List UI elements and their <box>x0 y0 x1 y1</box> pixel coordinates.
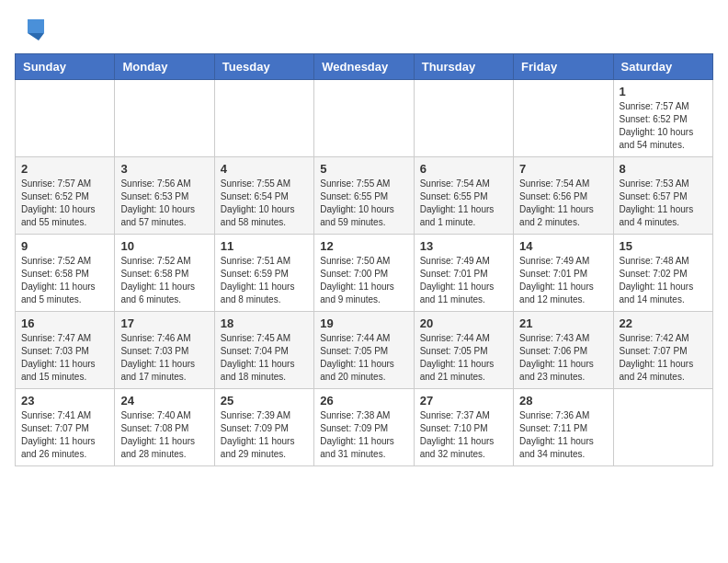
day-number: 10 <box>120 239 208 253</box>
day-number: 5 <box>320 162 407 176</box>
day-number: 20 <box>420 316 507 330</box>
day-cell <box>314 80 414 157</box>
day-number: 8 <box>620 162 707 176</box>
day-cell: 8Sunrise: 7:53 AM Sunset: 6:57 PM Daylig… <box>613 157 712 235</box>
day-number: 13 <box>420 239 507 253</box>
day-info: Sunrise: 7:57 AM Sunset: 6:52 PM Dayligh… <box>620 100 707 152</box>
day-info: Sunrise: 7:44 AM Sunset: 7:05 PM Dayligh… <box>420 332 507 384</box>
day-info: Sunrise: 7:48 AM Sunset: 7:02 PM Dayligh… <box>620 255 707 306</box>
day-info: Sunrise: 7:40 AM Sunset: 7:08 PM Dayligh… <box>120 409 208 461</box>
day-info: Sunrise: 7:49 AM Sunset: 7:01 PM Dayligh… <box>420 255 507 306</box>
day-cell: 6Sunrise: 7:54 AM Sunset: 6:55 PM Daylig… <box>414 157 513 235</box>
day-cell: 1Sunrise: 7:57 AM Sunset: 6:52 PM Daylig… <box>613 80 712 157</box>
day-cell: 13Sunrise: 7:49 AM Sunset: 7:01 PM Dayli… <box>414 235 513 312</box>
day-cell: 9Sunrise: 7:52 AM Sunset: 6:58 PM Daylig… <box>16 235 115 312</box>
day-number: 11 <box>221 239 308 253</box>
header-wednesday: Wednesday <box>314 54 414 80</box>
day-number: 28 <box>519 394 607 408</box>
day-info: Sunrise: 7:52 AM Sunset: 6:58 PM Dayligh… <box>120 255 208 306</box>
day-number: 22 <box>620 316 707 330</box>
day-number: 16 <box>21 316 108 330</box>
week-row-3: 16Sunrise: 7:47 AM Sunset: 7:03 PM Dayli… <box>16 312 713 389</box>
day-info: Sunrise: 7:42 AM Sunset: 7:07 PM Dayligh… <box>620 332 707 384</box>
day-cell <box>414 80 513 157</box>
day-number: 2 <box>21 162 108 176</box>
day-cell: 7Sunrise: 7:54 AM Sunset: 6:56 PM Daylig… <box>514 157 613 235</box>
day-cell: 19Sunrise: 7:44 AM Sunset: 7:05 PM Dayli… <box>314 312 414 389</box>
day-info: Sunrise: 7:46 AM Sunset: 7:03 PM Dayligh… <box>120 332 208 384</box>
day-number: 21 <box>519 316 607 330</box>
day-cell: 17Sunrise: 7:46 AM Sunset: 7:03 PM Dayli… <box>115 312 214 389</box>
svg-marker-1 <box>28 33 44 40</box>
header-friday: Friday <box>514 54 613 80</box>
day-cell: 15Sunrise: 7:48 AM Sunset: 7:02 PM Dayli… <box>613 235 712 312</box>
day-number: 15 <box>620 239 707 253</box>
day-info: Sunrise: 7:55 AM Sunset: 6:54 PM Dayligh… <box>221 178 308 229</box>
day-cell: 14Sunrise: 7:49 AM Sunset: 7:01 PM Dayli… <box>514 235 613 312</box>
header-thursday: Thursday <box>414 54 513 80</box>
day-cell: 21Sunrise: 7:43 AM Sunset: 7:06 PM Dayli… <box>514 312 613 389</box>
day-cell: 3Sunrise: 7:56 AM Sunset: 6:53 PM Daylig… <box>115 157 214 235</box>
day-info: Sunrise: 7:54 AM Sunset: 6:56 PM Dayligh… <box>519 178 607 229</box>
day-info: Sunrise: 7:49 AM Sunset: 7:01 PM Dayligh… <box>519 255 607 306</box>
day-number: 1 <box>620 85 707 98</box>
header-monday: Monday <box>115 54 214 80</box>
day-info: Sunrise: 7:39 AM Sunset: 7:09 PM Dayligh… <box>221 409 308 461</box>
day-info: Sunrise: 7:47 AM Sunset: 7:03 PM Dayligh… <box>21 332 108 384</box>
header <box>15 15 713 42</box>
day-info: Sunrise: 7:43 AM Sunset: 7:06 PM Dayligh… <box>519 332 607 384</box>
day-info: Sunrise: 7:54 AM Sunset: 6:55 PM Dayligh… <box>420 178 507 229</box>
logo-icon <box>18 15 46 42</box>
day-info: Sunrise: 7:45 AM Sunset: 7:04 PM Dayligh… <box>221 332 308 384</box>
day-number: 18 <box>221 316 308 330</box>
week-row-1: 2Sunrise: 7:57 AM Sunset: 6:52 PM Daylig… <box>16 157 713 235</box>
day-info: Sunrise: 7:55 AM Sunset: 6:55 PM Dayligh… <box>320 178 407 229</box>
calendar: SundayMondayTuesdayWednesdayThursdayFrid… <box>15 53 713 466</box>
day-cell: 28Sunrise: 7:36 AM Sunset: 7:11 PM Dayli… <box>514 389 613 466</box>
svg-marker-0 <box>28 19 44 33</box>
day-cell <box>214 80 313 157</box>
day-cell: 26Sunrise: 7:38 AM Sunset: 7:09 PM Dayli… <box>314 389 414 466</box>
day-cell <box>16 80 115 157</box>
day-number: 25 <box>221 394 308 408</box>
day-cell: 5Sunrise: 7:55 AM Sunset: 6:55 PM Daylig… <box>314 157 414 235</box>
day-cell: 16Sunrise: 7:47 AM Sunset: 7:03 PM Dayli… <box>16 312 115 389</box>
day-number: 23 <box>21 394 108 408</box>
day-cell <box>115 80 214 157</box>
header-sunday: Sunday <box>16 54 115 80</box>
day-number: 17 <box>120 316 208 330</box>
day-number: 14 <box>519 239 607 253</box>
day-info: Sunrise: 7:53 AM Sunset: 6:57 PM Dayligh… <box>620 178 707 229</box>
week-row-0: 1Sunrise: 7:57 AM Sunset: 6:52 PM Daylig… <box>16 80 713 157</box>
day-cell: 20Sunrise: 7:44 AM Sunset: 7:05 PM Dayli… <box>414 312 513 389</box>
day-cell: 18Sunrise: 7:45 AM Sunset: 7:04 PM Dayli… <box>214 312 313 389</box>
day-cell: 10Sunrise: 7:52 AM Sunset: 6:58 PM Dayli… <box>115 235 214 312</box>
header-tuesday: Tuesday <box>214 54 313 80</box>
day-number: 27 <box>420 394 507 408</box>
day-number: 24 <box>120 394 208 408</box>
day-cell: 24Sunrise: 7:40 AM Sunset: 7:08 PM Dayli… <box>115 389 214 466</box>
day-info: Sunrise: 7:56 AM Sunset: 6:53 PM Dayligh… <box>120 178 208 229</box>
day-cell <box>514 80 613 157</box>
day-cell: 23Sunrise: 7:41 AM Sunset: 7:07 PM Dayli… <box>16 389 115 466</box>
day-info: Sunrise: 7:38 AM Sunset: 7:09 PM Dayligh… <box>320 409 407 461</box>
week-row-2: 9Sunrise: 7:52 AM Sunset: 6:58 PM Daylig… <box>16 235 713 312</box>
day-cell: 25Sunrise: 7:39 AM Sunset: 7:09 PM Dayli… <box>214 389 313 466</box>
day-cell <box>613 389 712 466</box>
week-row-4: 23Sunrise: 7:41 AM Sunset: 7:07 PM Dayli… <box>16 389 713 466</box>
day-number: 7 <box>519 162 607 176</box>
day-cell: 22Sunrise: 7:42 AM Sunset: 7:07 PM Dayli… <box>613 312 712 389</box>
logo <box>15 15 46 42</box>
day-number: 6 <box>420 162 507 176</box>
day-info: Sunrise: 7:57 AM Sunset: 6:52 PM Dayligh… <box>21 178 108 229</box>
day-cell: 4Sunrise: 7:55 AM Sunset: 6:54 PM Daylig… <box>214 157 313 235</box>
day-cell: 2Sunrise: 7:57 AM Sunset: 6:52 PM Daylig… <box>16 157 115 235</box>
day-number: 26 <box>320 394 407 408</box>
day-info: Sunrise: 7:44 AM Sunset: 7:05 PM Dayligh… <box>320 332 407 384</box>
day-info: Sunrise: 7:37 AM Sunset: 7:10 PM Dayligh… <box>420 409 507 461</box>
day-number: 12 <box>320 239 407 253</box>
header-saturday: Saturday <box>613 54 712 80</box>
day-number: 3 <box>120 162 208 176</box>
calendar-header-row: SundayMondayTuesdayWednesdayThursdayFrid… <box>16 54 713 80</box>
day-info: Sunrise: 7:41 AM Sunset: 7:07 PM Dayligh… <box>21 409 108 461</box>
